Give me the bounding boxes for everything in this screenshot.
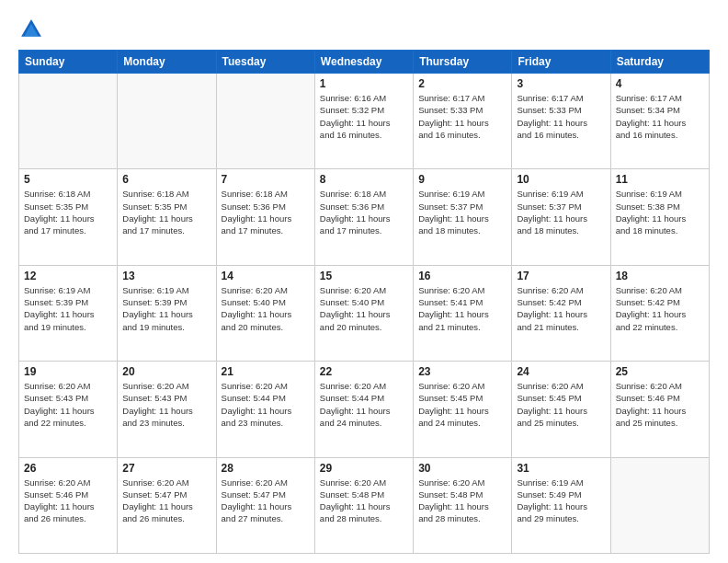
day-number: 27	[122, 462, 210, 475]
day-number: 14	[222, 270, 310, 282]
page: SundayMondayTuesdayWednesdayThursdayFrid…	[0, 0, 728, 563]
day-number: 20	[122, 365, 210, 378]
day-info: Sunrise: 6:18 AMSunset: 5:35 PMDaylight:…	[122, 188, 210, 236]
day-number: 2	[418, 77, 506, 90]
calendar-cell: 11Sunrise: 6:19 AMSunset: 5:38 PMDayligh…	[610, 169, 709, 265]
day-info: Sunrise: 6:18 AMSunset: 5:36 PMDaylight:…	[320, 188, 408, 236]
day-number: 12	[24, 270, 112, 282]
day-number: 11	[616, 173, 704, 186]
day-number: 30	[418, 462, 506, 475]
day-info: Sunrise: 6:19 AMSunset: 5:38 PMDaylight:…	[616, 188, 704, 236]
calendar-header-tuesday: Tuesday	[216, 51, 314, 74]
day-number: 1	[320, 77, 408, 90]
calendar-cell: 28Sunrise: 6:20 AMSunset: 5:47 PMDayligh…	[216, 457, 314, 553]
day-number: 5	[24, 173, 112, 186]
day-info: Sunrise: 6:19 AMSunset: 5:39 PMDaylight:…	[122, 284, 210, 333]
calendar-cell: 10Sunrise: 6:19 AMSunset: 5:37 PMDayligh…	[512, 169, 610, 265]
calendar-header-friday: Friday	[512, 51, 610, 74]
day-info: Sunrise: 6:20 AMSunset: 5:40 PMDaylight:…	[222, 284, 310, 333]
calendar-cell: 13Sunrise: 6:19 AMSunset: 5:39 PMDayligh…	[118, 265, 216, 361]
calendar-week-4: 19Sunrise: 6:20 AMSunset: 5:43 PMDayligh…	[19, 362, 710, 457]
calendar-cell: 23Sunrise: 6:20 AMSunset: 5:45 PMDayligh…	[414, 362, 512, 457]
day-number: 24	[517, 365, 605, 378]
day-info: Sunrise: 6:20 AMSunset: 5:47 PMDaylight:…	[222, 477, 310, 525]
day-info: Sunrise: 6:17 AMSunset: 5:33 PMDaylight:…	[517, 92, 605, 141]
calendar-cell: 15Sunrise: 6:20 AMSunset: 5:40 PMDayligh…	[314, 265, 413, 361]
calendar-cell: 8Sunrise: 6:18 AMSunset: 5:36 PMDaylight…	[314, 169, 413, 265]
calendar-cell: 2Sunrise: 6:17 AMSunset: 5:33 PMDaylight…	[414, 74, 512, 169]
day-info: Sunrise: 6:20 AMSunset: 5:46 PMDaylight:…	[24, 477, 112, 525]
day-number: 16	[418, 270, 506, 282]
calendar-cell: 21Sunrise: 6:20 AMSunset: 5:44 PMDayligh…	[216, 362, 314, 457]
calendar-cell: 5Sunrise: 6:18 AMSunset: 5:35 PMDaylight…	[19, 169, 118, 265]
day-info: Sunrise: 6:20 AMSunset: 5:48 PMDaylight:…	[418, 477, 506, 525]
day-info: Sunrise: 6:19 AMSunset: 5:49 PMDaylight:…	[517, 477, 605, 525]
calendar-cell: 17Sunrise: 6:20 AMSunset: 5:42 PMDayligh…	[512, 265, 610, 361]
day-number: 15	[320, 270, 408, 282]
day-number: 9	[418, 173, 506, 186]
day-number: 4	[616, 77, 704, 90]
calendar-week-3: 12Sunrise: 6:19 AMSunset: 5:39 PMDayligh…	[19, 265, 710, 361]
calendar-cell: 29Sunrise: 6:20 AMSunset: 5:48 PMDayligh…	[314, 457, 413, 553]
day-info: Sunrise: 6:17 AMSunset: 5:33 PMDaylight:…	[418, 92, 506, 141]
calendar-cell: 25Sunrise: 6:20 AMSunset: 5:46 PMDayligh…	[610, 362, 709, 457]
calendar-cell: 9Sunrise: 6:19 AMSunset: 5:37 PMDaylight…	[414, 169, 512, 265]
calendar-header-thursday: Thursday	[414, 51, 512, 74]
calendar-cell: 27Sunrise: 6:20 AMSunset: 5:47 PMDayligh…	[118, 457, 216, 553]
calendar-cell: 30Sunrise: 6:20 AMSunset: 5:48 PMDayligh…	[414, 457, 512, 553]
calendar-cell: 24Sunrise: 6:20 AMSunset: 5:45 PMDayligh…	[512, 362, 610, 457]
day-info: Sunrise: 6:20 AMSunset: 5:45 PMDaylight:…	[517, 380, 605, 429]
day-info: Sunrise: 6:20 AMSunset: 5:41 PMDaylight:…	[418, 284, 506, 333]
day-number: 6	[122, 173, 210, 186]
day-number: 21	[222, 365, 310, 378]
calendar-cell: 3Sunrise: 6:17 AMSunset: 5:33 PMDaylight…	[512, 74, 610, 169]
day-info: Sunrise: 6:19 AMSunset: 5:37 PMDaylight:…	[517, 188, 605, 236]
day-info: Sunrise: 6:20 AMSunset: 5:45 PMDaylight:…	[418, 380, 506, 429]
logo-icon	[18, 17, 44, 42]
day-info: Sunrise: 6:19 AMSunset: 5:37 PMDaylight:…	[418, 188, 506, 236]
day-info: Sunrise: 6:20 AMSunset: 5:43 PMDaylight:…	[122, 380, 210, 429]
logo	[18, 17, 48, 42]
day-number: 22	[320, 365, 408, 378]
day-number: 25	[616, 365, 704, 378]
calendar-week-2: 5Sunrise: 6:18 AMSunset: 5:35 PMDaylight…	[19, 169, 710, 265]
calendar-cell	[19, 74, 118, 169]
calendar-header-wednesday: Wednesday	[314, 51, 413, 74]
day-number: 3	[517, 77, 605, 90]
day-number: 18	[616, 270, 704, 282]
day-number: 17	[517, 270, 605, 282]
calendar-cell	[610, 457, 709, 553]
day-info: Sunrise: 6:20 AMSunset: 5:43 PMDaylight:…	[24, 380, 112, 429]
calendar-cell: 31Sunrise: 6:19 AMSunset: 5:49 PMDayligh…	[512, 457, 610, 553]
calendar-cell: 20Sunrise: 6:20 AMSunset: 5:43 PMDayligh…	[118, 362, 216, 457]
calendar-cell: 18Sunrise: 6:20 AMSunset: 5:42 PMDayligh…	[610, 265, 709, 361]
calendar-week-5: 26Sunrise: 6:20 AMSunset: 5:46 PMDayligh…	[19, 457, 710, 553]
day-number: 19	[24, 365, 112, 378]
day-number: 8	[320, 173, 408, 186]
day-info: Sunrise: 6:20 AMSunset: 5:42 PMDaylight:…	[517, 284, 605, 333]
calendar-cell: 1Sunrise: 6:16 AMSunset: 5:32 PMDaylight…	[314, 74, 413, 169]
calendar-cell: 4Sunrise: 6:17 AMSunset: 5:34 PMDaylight…	[610, 74, 709, 169]
calendar-cell: 14Sunrise: 6:20 AMSunset: 5:40 PMDayligh…	[216, 265, 314, 361]
calendar-table: SundayMondayTuesdayWednesdayThursdayFrid…	[18, 50, 710, 554]
day-info: Sunrise: 6:20 AMSunset: 5:47 PMDaylight:…	[122, 477, 210, 525]
calendar-cell	[216, 74, 314, 169]
day-info: Sunrise: 6:20 AMSunset: 5:48 PMDaylight:…	[320, 477, 408, 525]
calendar-header-monday: Monday	[118, 51, 216, 74]
day-info: Sunrise: 6:19 AMSunset: 5:39 PMDaylight:…	[24, 284, 112, 333]
day-info: Sunrise: 6:20 AMSunset: 5:46 PMDaylight:…	[616, 380, 704, 429]
calendar-header-row: SundayMondayTuesdayWednesdayThursdayFrid…	[19, 51, 710, 74]
day-number: 10	[517, 173, 605, 186]
day-number: 28	[222, 462, 310, 475]
day-info: Sunrise: 6:20 AMSunset: 5:42 PMDaylight:…	[616, 284, 704, 333]
calendar-cell: 6Sunrise: 6:18 AMSunset: 5:35 PMDaylight…	[118, 169, 216, 265]
calendar-header-saturday: Saturday	[610, 51, 709, 74]
day-number: 23	[418, 365, 506, 378]
day-number: 7	[222, 173, 310, 186]
day-info: Sunrise: 6:18 AMSunset: 5:36 PMDaylight:…	[222, 188, 310, 236]
header	[18, 17, 710, 42]
day-info: Sunrise: 6:20 AMSunset: 5:44 PMDaylight:…	[222, 380, 310, 429]
calendar-cell	[118, 74, 216, 169]
day-number: 29	[320, 462, 408, 475]
calendar-cell: 7Sunrise: 6:18 AMSunset: 5:36 PMDaylight…	[216, 169, 314, 265]
